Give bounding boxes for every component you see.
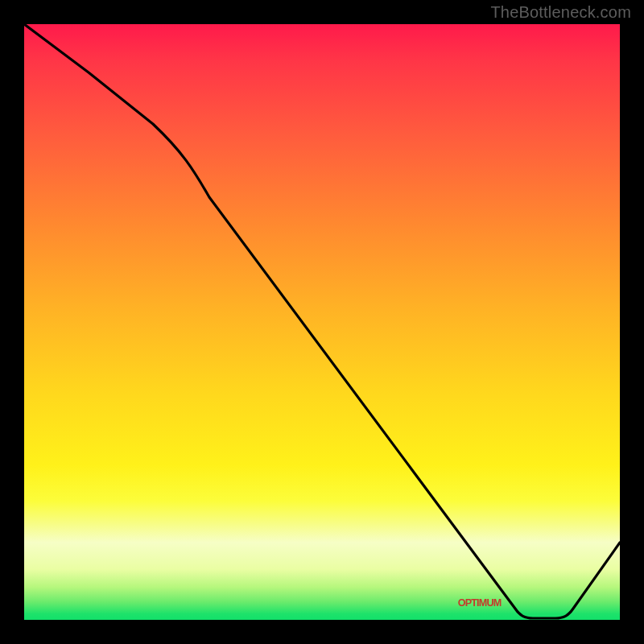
bottleneck-curve [24,24,620,620]
plot-area: OPTIMUM [24,24,620,620]
curve-path [24,24,620,618]
watermark-text: TheBottleneck.com [490,3,631,22]
optimum-label: OPTIMUM [458,597,502,609]
chart-stage: TheBottleneck.com OPTIMUM [0,0,644,644]
